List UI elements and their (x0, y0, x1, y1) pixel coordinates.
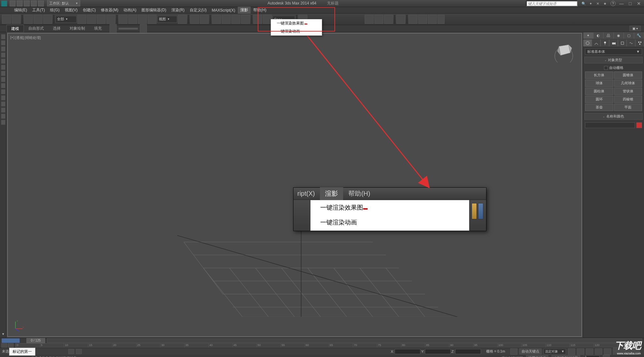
use-pivot-button[interactable] (178, 15, 187, 24)
ribbon-collapse-button[interactable]: ▣ ▾ (630, 26, 641, 31)
ribbon-tab-1[interactable]: 自由形式 (24, 25, 48, 32)
strip-btn-7[interactable] (1, 71, 5, 76)
strip-btn-3[interactable] (1, 46, 5, 52)
menu-item-3[interactable]: 视图(V) (62, 7, 80, 14)
strip-btn-10[interactable] (1, 89, 5, 94)
strip-btn-13[interactable] (1, 108, 5, 113)
menu-item-10[interactable]: MAXScript(X) (209, 7, 238, 13)
strip-btn-5[interactable] (1, 59, 5, 64)
maximize-button[interactable]: □ (626, 1, 634, 6)
next-frame-icon[interactable] (595, 348, 602, 355)
ribbon-tab-0[interactable]: 建模 (6, 25, 24, 33)
primitive-button-0[interactable]: 长方体 (585, 71, 613, 79)
manipulate-button[interactable] (190, 15, 199, 24)
layer-manager-button[interactable] (365, 15, 374, 24)
link-button[interactable] (24, 15, 33, 24)
category-dropdown[interactable]: 标准基本体 ▼ (585, 48, 642, 55)
close-button[interactable]: ✕ (635, 1, 643, 6)
viewcube-icon[interactable] (553, 40, 575, 62)
bind-button[interactable] (43, 15, 52, 24)
modify-tab-icon[interactable]: ◐ (593, 32, 604, 39)
favorite-icon[interactable]: ★ (602, 1, 608, 6)
strip-btn-2[interactable] (1, 40, 5, 45)
object-name-input[interactable] (585, 122, 635, 128)
qat-new-icon[interactable] (10, 1, 15, 6)
menu-item-6[interactable]: 动画(A) (121, 7, 139, 14)
dropdown-item-1[interactable]: 一键渲染动画 (271, 27, 322, 35)
menu-item-1[interactable]: 工具(T) (30, 7, 47, 14)
qat-link-icon[interactable] (38, 1, 44, 6)
minimize-button[interactable]: — (618, 1, 625, 6)
rect-select-button[interactable] (97, 15, 106, 24)
prev-frame-icon[interactable] (577, 348, 584, 355)
motion-tab-icon[interactable]: ◉ (614, 32, 624, 39)
auto-key-button[interactable]: 自动关键点 (519, 348, 542, 354)
workspace-selector[interactable]: 工作区: 默认 ▼ (47, 0, 80, 6)
search-icon[interactable]: 🔍 (581, 1, 587, 6)
zoom-menu-xuanying[interactable]: 渲影 (320, 187, 343, 200)
spacewarps-tab-icon[interactable] (627, 39, 635, 47)
set-key-button[interactable]: 设置关键点 (526, 355, 548, 357)
track-bar[interactable]: 0510152025303540455055606570758085909510… (15, 343, 642, 348)
primitive-button-8[interactable]: 茶壶 (585, 104, 613, 111)
primitive-button-2[interactable]: 球体 (585, 80, 613, 87)
strip-btn-9[interactable] (1, 83, 5, 88)
menu-item-12[interactable]: 帮助(H) (251, 7, 269, 14)
exchange-icon[interactable]: ✕ (595, 1, 601, 6)
primitive-button-3[interactable]: 几何球体 (614, 80, 642, 87)
ribbon-tab-3[interactable]: 对象绘制 (65, 25, 90, 32)
key-filter-button[interactable]: √ 关键点过滤器 (552, 355, 580, 357)
trackbar-key-icon[interactable] (1, 343, 7, 348)
time-slider-track[interactable] (47, 338, 642, 343)
name-color-rollout-header[interactable]: -名称和颜色 (584, 113, 643, 120)
create-tab-icon[interactable]: ✦ (583, 32, 593, 39)
strip-btn-15[interactable] (1, 120, 5, 125)
window-crossing-button[interactable] (106, 15, 115, 24)
primitive-button-5[interactable]: 管状体 (614, 88, 642, 95)
menu-item-11[interactable]: 渲影 (238, 7, 251, 14)
select-by-name-button[interactable] (87, 15, 96, 24)
cameras-tab-icon[interactable] (609, 39, 618, 47)
zoom-drop-item-1[interactable]: 一键渲染动画 (311, 215, 469, 230)
zoom-drop-item-0[interactable]: 一键渲染效果图▬ (311, 200, 469, 215)
object-type-rollout-header[interactable]: -对象类型 (584, 57, 643, 63)
ribbon-slider[interactable] (119, 28, 138, 30)
ref-coord-system[interactable]: 视图▼ (157, 16, 177, 23)
ribbon-tab-4[interactable]: 填充 (90, 25, 106, 32)
strip-btn-12[interactable] (1, 101, 5, 107)
lock-selection-icon[interactable] (68, 349, 74, 354)
snap-toggle-button[interactable] (212, 15, 221, 24)
material-editor-button[interactable] (396, 15, 405, 24)
menu-item-4[interactable]: 创建(C) (80, 7, 99, 14)
systems-tab-icon[interactable] (635, 39, 644, 47)
angle-snap-button[interactable] (222, 15, 231, 24)
app-icon[interactable] (1, 1, 7, 6)
strip-btn-6[interactable] (1, 65, 5, 70)
comm-center-icon[interactable]: ✦ (588, 1, 594, 6)
ribbon-extra-2[interactable] (140, 24, 147, 33)
key-target-dropdown[interactable]: 选定对象▼ (543, 349, 566, 354)
isolate-icon[interactable] (76, 349, 82, 354)
move-button[interactable] (119, 15, 128, 24)
render-production-button[interactable] (428, 15, 437, 24)
hierarchy-tab-icon[interactable]: 品 (603, 32, 614, 39)
lights-tab-icon[interactable] (601, 39, 609, 47)
primitive-button-9[interactable]: 平面 (614, 104, 642, 111)
rotate-button[interactable] (128, 15, 137, 24)
qat-redo-icon[interactable] (31, 1, 37, 6)
named-sel-set-button[interactable] (253, 15, 262, 24)
render-flyout-button[interactable] (437, 15, 445, 24)
zoom-menu-help[interactable]: 帮助(H) (343, 187, 375, 200)
menu-item-9[interactable]: 自定义(U) (187, 7, 209, 14)
help-icon[interactable]: ? (610, 1, 616, 6)
time-slider-handle[interactable] (1, 338, 20, 343)
rendered-frame-button[interactable] (418, 15, 427, 24)
menu-item-5[interactable]: 修改器(M) (98, 7, 121, 14)
menu-item-0[interactable]: 编辑(E) (12, 7, 30, 14)
strip-btn-1[interactable] (1, 34, 5, 39)
shapes-tab-icon[interactable] (592, 39, 601, 47)
time-config-button[interactable] (603, 355, 610, 357)
render-setup-button[interactable] (409, 15, 418, 24)
display-tab-icon[interactable]: ▢ (624, 32, 634, 39)
menu-item-8[interactable]: 渲染(R) (169, 7, 187, 14)
